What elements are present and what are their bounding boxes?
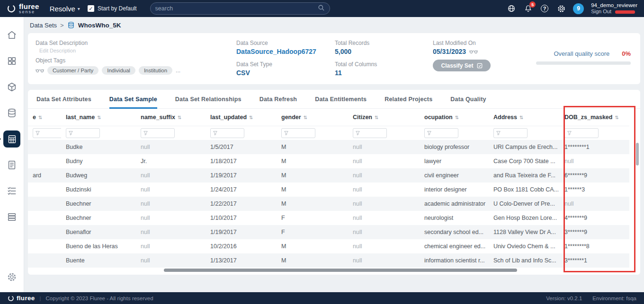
- start-by-default: ✓ Start by Default: [88, 5, 137, 12]
- start-by-default-checkbox[interactable]: ✓: [88, 5, 94, 12]
- quality-score-value: 0%: [622, 50, 631, 57]
- table-cell: null: [348, 140, 420, 154]
- filter-input-dob-zs-masked[interactable]: [564, 128, 599, 138]
- sort-icon[interactable]: ⇅: [375, 115, 378, 120]
- filter-input-ocupation[interactable]: [424, 128, 458, 138]
- table-row[interactable]: Buechnernull1/22/2017Mnullacademic admin…: [28, 197, 629, 211]
- classify-set-button[interactable]: Classify Set: [433, 60, 491, 71]
- data-set-type-label: Data Set Type: [236, 61, 335, 68]
- filter-input-e[interactable]: [33, 128, 61, 138]
- filter-input-last-name[interactable]: [66, 128, 100, 138]
- tab-related-projects[interactable]: Related Projects: [385, 90, 432, 108]
- table-row[interactable]: BudnyJr.1/18/2017MnulllawyerCase Corp 70…: [28, 154, 629, 168]
- quality-score-label: Overall quality score: [554, 50, 609, 57]
- sort-icon[interactable]: ⇅: [615, 115, 618, 120]
- table-cell: Jr.: [136, 154, 206, 168]
- tab-data-set-attributes[interactable]: Data Set Attributes: [36, 90, 91, 108]
- table-cell: Buenaflor: [61, 225, 136, 239]
- version-text: Version: v0.2.1: [546, 295, 582, 301]
- start-by-default-label: Start by Default: [98, 5, 137, 12]
- vertical-scrollbar[interactable]: [636, 143, 639, 165]
- sidebar-item-home[interactable]: [3, 26, 20, 43]
- brand-sub: sense: [19, 10, 39, 14]
- table-cell: M: [277, 253, 348, 268]
- table-row[interactable]: Buentenull1/13/2017Mnullinformation scie…: [28, 253, 629, 268]
- filter-input-citizen[interactable]: [353, 128, 387, 138]
- column-header-e[interactable]: e⇅: [28, 109, 61, 126]
- table-cell: null: [136, 182, 206, 197]
- tab-data-set-sample[interactable]: Data Set Sample: [109, 90, 157, 108]
- breadcrumb-root[interactable]: Data Sets: [30, 22, 57, 29]
- sidebar-item-apps[interactable]: [3, 52, 20, 69]
- table-cell: URI Campus de Erech...: [489, 140, 560, 154]
- table-cell: 1/24/2017: [206, 182, 277, 197]
- sidebar-item-settings[interactable]: [3, 269, 20, 286]
- filter-input-address[interactable]: [493, 128, 528, 138]
- notifications-bell-icon[interactable]: 5: [523, 4, 533, 13]
- sort-icon[interactable]: ⇅: [178, 115, 181, 120]
- tab-data-refresh[interactable]: Data Refresh: [259, 90, 297, 108]
- horizontal-scrollbar[interactable]: [164, 269, 517, 272]
- table-cell: [28, 239, 61, 253]
- source-block: Data Source DataSource_Hadoop6727 Data S…: [236, 40, 335, 78]
- sidebar-item-tasks[interactable]: [3, 182, 20, 200]
- table-row[interactable]: Buechnernull1/10/2017FnullneurologistGen…: [28, 211, 629, 225]
- column-header-gender[interactable]: gender⇅: [277, 109, 348, 126]
- filter-input-gender[interactable]: [281, 128, 315, 138]
- active-item-marker: [0, 136, 1, 142]
- settings-gear-icon[interactable]: [556, 4, 566, 13]
- table-cell: Buechner: [61, 197, 136, 211]
- table-cell: M: [277, 197, 348, 211]
- table-row[interactable]: Budkenull1/5/2017Mnullbiology professorU…: [28, 140, 629, 154]
- resolve-dropdown[interactable]: Resolve ▾: [50, 5, 80, 13]
- tags-more[interactable]: ...: [176, 67, 180, 74]
- sort-icon[interactable]: ⇅: [38, 115, 42, 120]
- sign-out-link[interactable]: Sign Out: [591, 9, 611, 15]
- filter-input-name-suffix[interactable]: [141, 128, 175, 138]
- sort-icon[interactable]: ⇅: [249, 115, 253, 120]
- globe-icon[interactable]: [507, 4, 516, 13]
- sidebar-item-packages[interactable]: [3, 78, 20, 96]
- tab-data-quality[interactable]: Data Quality: [450, 90, 486, 108]
- search-input[interactable]: [155, 5, 318, 12]
- table-row[interactable]: Bueno de las Herasnull10/2/2016Mnullchem…: [28, 239, 629, 253]
- column-header-address[interactable]: Address⇅: [489, 109, 560, 126]
- table-cell: null: [136, 140, 206, 154]
- sidebar-item-documents[interactable]: [3, 156, 20, 174]
- table-cell: null: [136, 197, 206, 211]
- filter-input-last-updated[interactable]: [210, 128, 244, 138]
- column-header-last-name[interactable]: last_name⇅: [61, 109, 136, 126]
- sidebar-item-data-sets[interactable]: [3, 130, 20, 148]
- help-icon[interactable]: ?: [540, 4, 549, 13]
- table-row[interactable]: ardBudwegnull1/19/2017Mnullcivil enginee…: [28, 168, 629, 182]
- total-records-label: Total Records: [335, 40, 433, 46]
- tab-data-set-relationships[interactable]: Data Set Relationships: [175, 90, 242, 108]
- edit-description-link[interactable]: Edit Description: [39, 48, 236, 53]
- table-cell: Sch of Lib and Info Sc...: [489, 253, 560, 268]
- quality-block: Overall quality score 0%: [536, 50, 633, 78]
- sort-icon[interactable]: ⇅: [519, 115, 523, 120]
- sidebar-item-servers[interactable]: [3, 208, 20, 226]
- column-header-last-updated[interactable]: last_updated⇅: [206, 109, 277, 126]
- tab-data-entitlements[interactable]: Data Entitlements: [315, 90, 367, 108]
- table-cell: M: [277, 154, 348, 168]
- data-source-value[interactable]: DataSource_Hadoop6727: [236, 48, 335, 55]
- column-header-citizen[interactable]: Citizen⇅: [348, 109, 420, 126]
- notification-badge: 5: [529, 1, 536, 8]
- avatar[interactable]: 9: [573, 3, 584, 14]
- column-header-name-suffix[interactable]: name_suffix⇅: [136, 109, 206, 126]
- column-header-ocupation[interactable]: ocupation⇅: [420, 109, 489, 126]
- filter-funnel-icon: [567, 131, 572, 135]
- column-header-dob-zs-masked[interactable]: DOB_zs_masked⇅: [560, 109, 629, 126]
- table-cell: 1/10/2017: [206, 211, 277, 225]
- table-cell: null: [348, 182, 420, 197]
- sort-icon[interactable]: ⇅: [97, 115, 101, 120]
- filter-row: [28, 126, 629, 140]
- table-row[interactable]: Budzinskinull1/24/2017Mnullinterior desi…: [28, 182, 629, 197]
- sidebar-item-data-sources[interactable]: [3, 104, 20, 122]
- username: 94_demo_reviewer: [591, 2, 637, 9]
- sort-icon[interactable]: ⇅: [455, 115, 459, 120]
- breadcrumb-separator: >: [60, 22, 64, 29]
- sort-icon[interactable]: ⇅: [304, 115, 307, 120]
- table-row[interactable]: Buenaflornull1/19/2017Fnullsecondary sch…: [28, 225, 629, 239]
